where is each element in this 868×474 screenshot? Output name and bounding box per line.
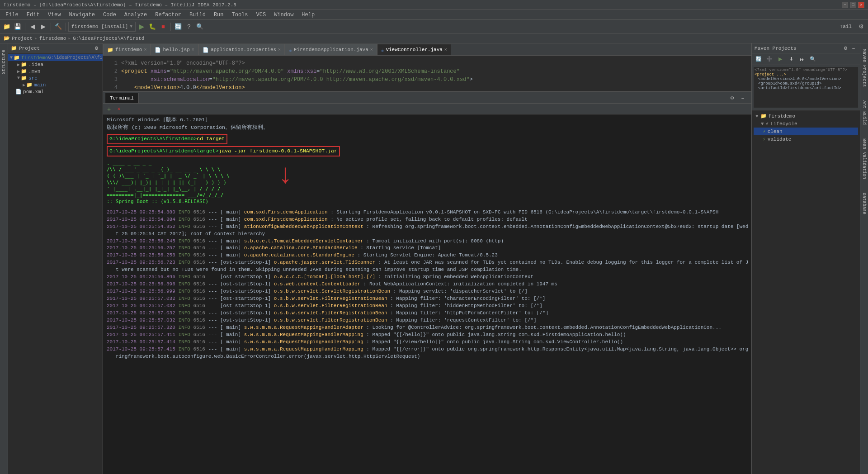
menu-tools[interactable]: Tools — [228, 11, 252, 19]
toolbar-sep-1 — [25, 23, 25, 31]
maven-download-button[interactable]: ⬇ — [786, 54, 796, 64]
tree-expand-arrow: ▼ — [10, 55, 13, 60]
tab-view-controller[interactable]: ☕ ViewController.java × — [377, 44, 451, 55]
help-button[interactable]: ? — [184, 22, 194, 32]
menu-view[interactable]: View — [44, 11, 65, 19]
log-line-12: 2017-10-25 09:25:56.999 INFO 6516 --- [o… — [107, 288, 748, 295]
ant-vert-tab[interactable]: Ant Build — [860, 99, 868, 127]
menu-edit[interactable]: Edit — [23, 11, 43, 19]
code-line-3: xsi:schemaLocation="http://maven.apache.… — [121, 76, 751, 84]
maximize-button[interactable]: □ — [850, 2, 856, 8]
breadcrumb-sep2: ▸ — [68, 35, 71, 41]
new-terminal-button[interactable]: + — [105, 105, 113, 113]
tab-firstdemo-close[interactable]: × — [144, 47, 146, 52]
log-line-19: 2017-10-25 09:25:57.414 INFO 6516 --- [ … — [107, 339, 748, 346]
term-cmd-2: G:\ideaProjects\A\firstdemo\target>java … — [107, 146, 748, 156]
breadcrumb-bar: 📂 Project ▸ firstdemo ▸ G:\ideaProjects\… — [0, 33, 868, 43]
src-folder-icon: 📁 — [21, 75, 27, 81]
breadcrumb-path[interactable]: G:\ideaProjects\A\firstd — [73, 36, 144, 41]
tab-firstdemo-app[interactable]: ☕ FirstdemoApplication.java × — [285, 44, 377, 55]
maven-project-expand: ▼ — [755, 114, 759, 119]
tab-hello-close[interactable]: × — [192, 47, 194, 52]
tab-hello-jsp[interactable]: 📄 hello.jsp × — [151, 44, 198, 55]
code-body[interactable]: <?xml version="1.0" encoding="UTF-8"?> <… — [121, 59, 751, 92]
tab-props-close[interactable]: × — [278, 47, 281, 52]
editor-tab-bar: 📁 firstdemo × 📄 hello.jsp × 📄 applicatio… — [103, 43, 751, 56]
run-config-label: firstdemo [install] — [71, 24, 128, 29]
close-button[interactable]: ✕ — [858, 2, 864, 8]
maven-filter-button[interactable]: 🔍 — [808, 54, 818, 64]
menu-run[interactable]: Run — [210, 11, 227, 19]
log-line-4: t 25 09:25:54 CST 2017]; root of context… — [107, 231, 748, 238]
structure-tab[interactable]: Structure — [0, 47, 7, 77]
forward-button[interactable]: ▶ — [38, 22, 48, 32]
terminal-tab[interactable]: Terminal — [105, 93, 139, 103]
maven-add-button[interactable]: ➕ — [764, 54, 774, 64]
menu-build[interactable]: Build — [186, 11, 209, 19]
maven-lifecycle-section[interactable]: ▼ ⚡ Lifecycle — [754, 120, 858, 128]
menu-code[interactable]: Code — [99, 11, 120, 19]
code-view: 1 2 3 4 5 <?xml version="1.0" encoding="… — [105, 57, 751, 92]
toolbar-sep-3 — [66, 23, 66, 31]
open-file-button[interactable]: 📁 — [2, 22, 12, 32]
tab-vc-close[interactable]: × — [444, 47, 447, 52]
update-button[interactable]: 🔄 — [173, 22, 183, 32]
breadcrumb-root[interactable]: firstdemo — [39, 36, 66, 41]
maven-validate-item[interactable]: ⚡ validate — [754, 135, 858, 143]
pom-label: pom.xml — [23, 89, 44, 95]
menu-analyze[interactable]: Analyze — [121, 11, 151, 19]
tab-app-label: FirstdemoApplication.java — [294, 47, 368, 52]
mvn-folder-item[interactable]: ▶ 📁 .mvn — [8, 68, 103, 75]
project-root-path: G:\ideaProjects\A\firstd — [48, 55, 103, 60]
terminal-settings-button[interactable]: ⚙ — [727, 93, 737, 103]
maven-clean-item[interactable]: ⚡ clean — [754, 128, 858, 135]
stop-button[interactable]: ■ — [158, 22, 168, 32]
run-config-selector[interactable]: firstdemo [install] ▼ — [68, 22, 136, 32]
log-line-18: 2017-10-25 09:25:57.411 INFO 6516 --- [ … — [107, 332, 748, 339]
src-folder-item[interactable]: ▼ 📁 src — [8, 75, 103, 81]
menu-navigate[interactable]: Navigate — [65, 11, 99, 19]
tab-app-close[interactable]: × — [370, 47, 373, 52]
log-line-10: 2017-10-25 09:25:56.896 INFO 6516 --- [o… — [107, 274, 748, 281]
maven-clean-label: clean — [768, 129, 783, 134]
maven-run-button[interactable]: ▶ — [775, 54, 785, 64]
maven-validate-label: validate — [768, 137, 792, 142]
terminal-minimize-button[interactable]: – — [738, 93, 748, 103]
maven-clean-icon: ⚡ — [763, 128, 766, 134]
main-folder-item[interactable]: ▶ 📁 main — [8, 81, 103, 88]
menu-file[interactable]: File — [2, 11, 22, 19]
tab-app-props[interactable]: 📄 application.properties × — [198, 44, 285, 55]
maven-project-item[interactable]: ▼ 📁 firstdemo — [754, 112, 858, 120]
minimize-button[interactable]: – — [842, 2, 848, 8]
terminal-content[interactable]: Microsoft Windows [版本 6.1.7601] 版权所有 (c)… — [103, 114, 751, 474]
maven-project-label: firstdemo — [769, 114, 795, 119]
maven-settings-button[interactable]: ⚙ — [842, 45, 849, 52]
maven-vert-tab[interactable]: Maven Projects — [860, 47, 868, 89]
search-button[interactable]: 🔍 — [195, 22, 205, 32]
maven-refresh-button[interactable]: 🔄 — [754, 54, 764, 64]
pom-file-item[interactable]: ▶ 📄 pom.xml — [8, 88, 103, 95]
maven-minimize-button[interactable]: – — [850, 45, 857, 52]
settings-button[interactable]: ⚙ — [856, 22, 866, 32]
run-button[interactable]: ▶ — [137, 22, 146, 32]
back-button[interactable]: ◀ — [28, 22, 38, 32]
idea-folder-item[interactable]: ▶ 📁 .idea — [8, 61, 103, 68]
maven-project-icon: 📁 — [760, 113, 767, 119]
build-button[interactable]: 🔨 — [53, 22, 63, 32]
log-line-2: 2017-10-25 09:25:54.884 INFO 6516 --- [ … — [107, 216, 748, 223]
bean-vert-tab[interactable]: Bean Validation — [860, 137, 868, 181]
menu-help[interactable]: Help — [298, 11, 318, 19]
project-settings-button[interactable]: ⚙ — [93, 45, 100, 52]
maven-skip-tests-button[interactable]: ⏭ — [797, 54, 807, 64]
menu-window[interactable]: Window — [270, 11, 297, 19]
menu-refactor[interactable]: Refactor — [151, 11, 185, 19]
project-root-item[interactable]: ▼ 📁 firstdemo G:\ideaProjects\A\firstd — [8, 54, 103, 61]
databases-vert-tab[interactable]: Database — [860, 191, 868, 216]
save-button[interactable]: 💾 — [13, 22, 23, 32]
spring-ascii-art: . ____ _ __ _ _ /\\ / ___'_ __ _ _(_)_ _… — [107, 160, 230, 205]
debug-button[interactable]: 🐛 — [147, 22, 157, 32]
tab-firstdemo[interactable]: 📁 firstdemo × — [103, 44, 151, 55]
project-label[interactable]: Project — [12, 36, 33, 41]
close-terminal-button[interactable]: × — [115, 105, 123, 113]
menu-vcs[interactable]: VCS — [253, 11, 270, 19]
